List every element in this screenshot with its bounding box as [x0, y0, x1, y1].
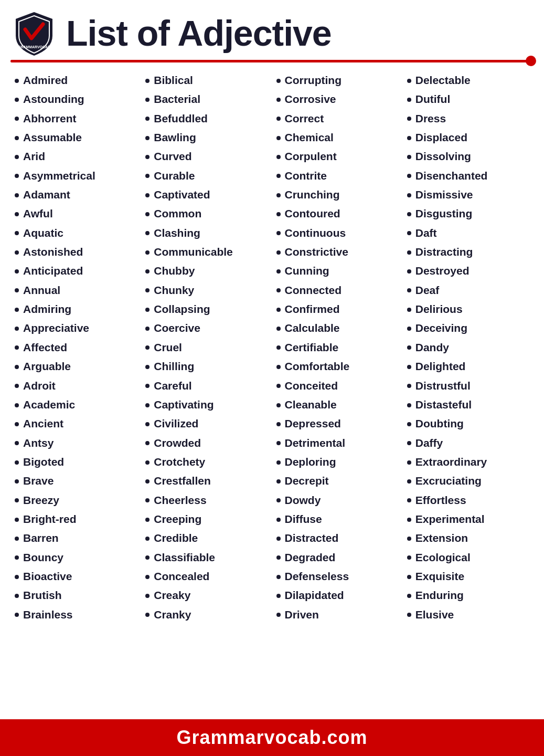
bullet-icon — [15, 231, 19, 235]
word-label: Disenchanted — [415, 169, 488, 183]
bullet-icon — [407, 384, 411, 388]
list-item: Biblical — [145, 71, 268, 90]
bullet-icon — [276, 193, 281, 197]
word-label: Distasteful — [415, 397, 472, 412]
bullet-icon — [276, 308, 281, 312]
bullet-icon — [145, 422, 150, 426]
bullet-icon — [145, 327, 150, 331]
list-item: Arid — [15, 147, 137, 166]
list-item: Brainless — [15, 605, 137, 624]
word-label: Crotchety — [154, 455, 205, 469]
word-label: Crunching — [285, 187, 340, 202]
list-item: Chilling — [145, 357, 268, 376]
word-label: Experimental — [415, 512, 485, 527]
list-item: Conceited — [276, 376, 399, 395]
word-label: Classifiable — [154, 550, 215, 565]
list-item: Bigoted — [15, 453, 137, 471]
list-item: Dissolving — [407, 147, 529, 166]
bullet-icon — [276, 250, 281, 255]
bullet-icon — [276, 212, 281, 216]
word-label: Corpulent — [285, 149, 337, 164]
bullet-icon — [276, 174, 281, 178]
list-item: Detrimental — [276, 434, 399, 453]
word-label: Corrupting — [285, 73, 342, 88]
bullet-icon — [15, 555, 19, 560]
word-label: Displaced — [415, 130, 467, 145]
list-item: Astonished — [15, 243, 137, 261]
bullet-icon — [276, 594, 281, 598]
word-label: Dress — [415, 111, 446, 126]
word-label: Extension — [415, 531, 468, 545]
bullet-icon — [276, 479, 281, 484]
bullet-icon — [145, 212, 150, 216]
list-item: Awful — [15, 204, 137, 223]
word-label: Brave — [23, 474, 54, 488]
bullet-icon — [276, 79, 281, 83]
list-item: Contoured — [276, 204, 399, 223]
list-item: Civilized — [145, 414, 268, 433]
word-label: Comfortable — [285, 359, 350, 374]
bullet-icon — [145, 594, 150, 598]
word-label: Calculable — [285, 321, 340, 335]
bullet-icon — [407, 136, 411, 140]
word-label: Effortless — [415, 493, 466, 508]
word-label: Delighted — [415, 359, 466, 374]
bullet-icon — [276, 155, 281, 159]
list-item: Corpulent — [276, 147, 399, 166]
bullet-icon — [276, 288, 281, 292]
word-label: Concealed — [154, 569, 209, 584]
word-label: Detrimental — [285, 436, 346, 450]
word-label: Driven — [285, 607, 319, 622]
list-item: Confirmed — [276, 300, 399, 319]
list-item: Creaky — [145, 586, 268, 605]
list-item: Antsy — [15, 434, 137, 453]
list-item: Concealed — [145, 567, 268, 586]
bullet-icon — [407, 98, 411, 102]
list-item: Astounding — [15, 90, 137, 109]
word-label: Common — [154, 206, 201, 221]
word-label: Adroit — [23, 379, 56, 393]
list-item: Destroyed — [407, 261, 529, 280]
word-label: Awful — [23, 206, 53, 221]
list-item: Cheerless — [145, 491, 268, 510]
word-label: Academic — [23, 397, 75, 412]
column-3: CorruptingCorrosiveCorrectChemicalCorpul… — [272, 71, 403, 624]
bullet-icon — [276, 498, 281, 502]
word-label: Diffuse — [285, 512, 322, 527]
word-label: Befuddled — [154, 111, 208, 126]
list-item: Careful — [145, 376, 268, 395]
bullet-icon — [407, 460, 411, 465]
list-item: Crotchety — [145, 453, 268, 471]
word-label: Deceiving — [415, 321, 467, 335]
list-item: Crunching — [276, 185, 399, 204]
word-label: Confirmed — [285, 302, 340, 317]
list-item: Delectable — [407, 71, 529, 90]
word-label: Affected — [23, 340, 67, 355]
bullet-icon — [407, 308, 411, 312]
bullet-icon — [145, 308, 150, 312]
list-item: Academic — [15, 395, 137, 414]
bullet-icon — [407, 441, 411, 445]
list-item: Cunning — [276, 261, 399, 280]
list-item: Captivated — [145, 185, 268, 204]
word-label: Degraded — [285, 550, 336, 565]
list-item: Abhorrent — [15, 109, 137, 128]
word-label: Distracting — [415, 245, 473, 259]
bullet-icon — [15, 594, 19, 598]
bullet-icon — [407, 288, 411, 292]
bullet-icon — [15, 136, 19, 140]
bullet-icon — [15, 308, 19, 312]
list-item: Bouncy — [15, 548, 137, 567]
list-item: Brutish — [15, 586, 137, 605]
list-item: Daft — [407, 224, 529, 243]
word-label: Correct — [285, 111, 324, 126]
bullet-icon — [407, 537, 411, 541]
word-label: Daffy — [415, 436, 443, 450]
page-title: List of Adjective — [66, 15, 332, 51]
list-item: Corrosive — [276, 90, 399, 109]
bullet-icon — [145, 288, 150, 292]
list-item: Chubby — [145, 261, 268, 280]
page-header: GRAMMARVOCAB List of Adjective — [0, 0, 544, 57]
bullet-icon — [276, 327, 281, 331]
list-item: Contrite — [276, 166, 399, 185]
